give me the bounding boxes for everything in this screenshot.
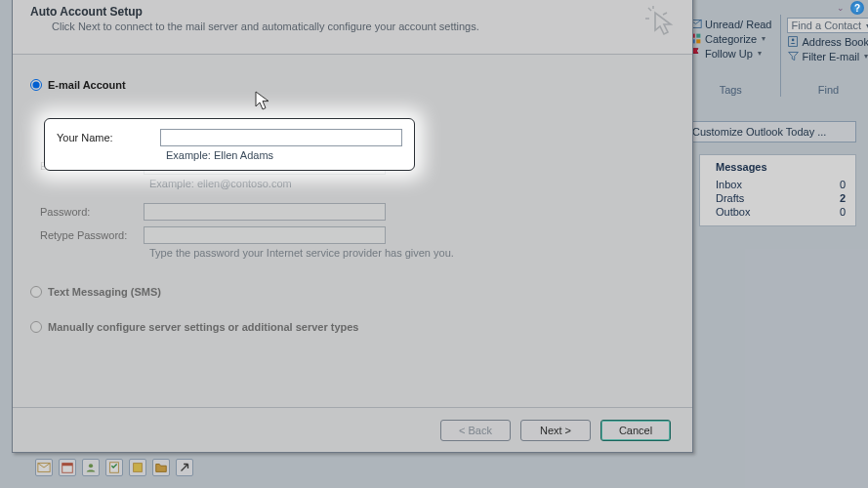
svg-rect-4 (696, 39, 700, 43)
address-book-button[interactable]: Address Book (787, 35, 869, 48)
customize-outlook-today-button[interactable]: Customize Outlook Today ... (683, 121, 856, 142)
field-retype-password: Retype Password: (40, 226, 675, 244)
folders-icon[interactable] (152, 459, 170, 476)
list-item-label: Inbox (716, 179, 742, 190)
next-button[interactable]: Next > (520, 420, 591, 441)
your-name-example: Example: Ellen Adams (166, 149, 402, 161)
find-contact-label: Find a Contact (792, 20, 862, 31)
radio-manual-config[interactable]: Manually configure server settings or ad… (30, 321, 675, 333)
shortcuts-icon[interactable] (176, 459, 193, 476)
auto-account-setup-dialog: Auto Account Setup Click Next to connect… (12, 0, 693, 453)
password-input[interactable] (144, 203, 386, 221)
address-book-label: Address Book (803, 36, 869, 48)
field-your-name: Your Name: (57, 129, 402, 146)
svg-rect-5 (788, 37, 797, 47)
retype-password-input[interactable] (144, 226, 386, 244)
follow-up-label: Follow Up (705, 48, 753, 60)
filter-email-label: Filter E-mail (803, 51, 860, 62)
cancel-button[interactable]: Cancel (600, 420, 671, 441)
email-example: Example: ellen@contoso.com (149, 178, 675, 189)
ribbon-collapse-chevron[interactable]: ⌄ (837, 3, 845, 13)
radio-input[interactable] (30, 286, 42, 298)
list-item-label: Drafts (716, 192, 744, 204)
tasks-icon[interactable] (105, 459, 123, 476)
field-password: Password: (40, 203, 675, 221)
back-button: < Back (440, 420, 511, 441)
list-item-count: 0 (840, 179, 846, 190)
filter-email-button[interactable]: Filter E-mail▾ (787, 50, 869, 62)
dialog-title: Auto Account Setup (30, 5, 479, 19)
highlighted-your-name-field: Your Name: Example: Ellen Adams (44, 118, 415, 171)
categorize-label: Categorize (705, 33, 757, 45)
categorize-button[interactable]: Categorize▾ (689, 32, 772, 45)
field-label: Password: (40, 206, 134, 218)
field-label: Retype Password: (40, 229, 134, 241)
ribbon-group-title: Tags (720, 84, 742, 96)
svg-rect-12 (134, 464, 143, 472)
list-item-count: 2 (840, 192, 846, 204)
radio-text-messaging[interactable]: Text Messaging (SMS) (30, 286, 675, 298)
unread-read-label: Unread/ Read (705, 19, 772, 30)
find-contact-input[interactable]: Find a Contact▾ (787, 18, 869, 33)
contacts-icon[interactable] (82, 459, 100, 476)
svg-point-6 (791, 39, 794, 42)
dialog-subtitle: Click Next to connect to the mail server… (52, 20, 479, 32)
list-item-label: Outbox (716, 206, 750, 218)
wizard-cursor-icon (640, 5, 679, 44)
follow-up-button[interactable]: Follow Up▾ (689, 47, 772, 60)
ribbon-group-find: Find a Contact▾ Address Book Filter E-ma… (780, 15, 869, 97)
field-label: Your Name: (57, 132, 150, 143)
ribbon-group-title: Find (818, 84, 839, 96)
radio-input[interactable] (30, 321, 42, 333)
messages-row-drafts[interactable]: Drafts 2 (710, 192, 846, 204)
mouse-cursor-icon (255, 91, 272, 112)
radio-input[interactable] (30, 79, 42, 91)
funnel-icon (787, 50, 800, 62)
messages-row-outbox[interactable]: Outbox 0 (710, 206, 846, 218)
customize-label: Customize Outlook Today ... (692, 126, 826, 138)
messages-title: Messages (710, 161, 846, 173)
radio-email-account[interactable]: E-mail Account (30, 79, 675, 91)
svg-rect-9 (62, 464, 73, 467)
address-book-icon (787, 35, 800, 48)
radio-label: E-mail Account (48, 79, 126, 91)
notes-icon[interactable] (129, 459, 146, 476)
ribbon-group-tags: Unread/ Read Categorize▾ Follow Up▾ Tags (683, 15, 778, 97)
messages-row-inbox[interactable]: Inbox 0 (710, 179, 846, 190)
nav-dock (35, 459, 193, 476)
svg-point-10 (89, 464, 93, 468)
your-name-input[interactable] (160, 129, 402, 146)
radio-label: Manually configure server settings or ad… (48, 321, 359, 333)
calendar-icon[interactable] (59, 459, 76, 476)
svg-rect-2 (696, 34, 700, 38)
password-hint: Type the password your Internet service … (149, 247, 675, 259)
mail-icon[interactable] (35, 459, 53, 476)
radio-label: Text Messaging (SMS) (48, 286, 161, 298)
messages-panel: Messages Inbox 0 Drafts 2 Outbox 0 (699, 154, 856, 226)
unread-read-button[interactable]: Unread/ Read (689, 18, 772, 30)
help-button[interactable]: ? (850, 1, 864, 15)
list-item-count: 0 (840, 206, 846, 218)
